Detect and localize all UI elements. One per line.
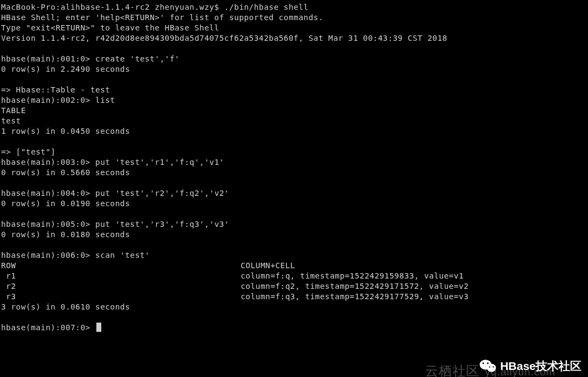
wechat-icon [480,359,496,373]
scan-header-row: ROW [1,261,241,271]
svg-point-3 [487,362,488,364]
prompt: hbase(main):001:0> [1,54,95,64]
scan-row-key: r1 [1,271,241,281]
scan-cell-value: column=f:q, timestamp=1522429159833, val… [241,271,587,281]
command-3: hbase(main):003:0> put 'test','r1','f:q'… [1,157,587,168]
table-row: r3 column=f:q3, timestamp=1522429177529,… [1,292,587,302]
command-3-result: 0 row(s) in 0.5660 seconds [1,168,587,178]
command-text: put 'test','r1','f:q','v1' [95,157,224,168]
shell-banner-help: HBase Shell; enter 'help<RETURN>' for li… [1,13,587,23]
prompt: hbase(main):006:0> [1,250,95,261]
command-text: scan 'test' [95,250,150,261]
prompt: hbase(main):004:0> [1,188,95,199]
scan-cell-value: column=f:q3, timestamp=1522429177529, va… [241,292,587,302]
command-5: hbase(main):005:0> put 'test','r3','f:q3… [1,219,587,230]
blank-line [1,44,587,54]
command-text: put 'test','r2','f:q2','v2' [95,188,229,199]
current-prompt[interactable]: hbase(main):007:0> [1,323,587,333]
command-1-result: 0 row(s) in 2.2490 seconds [1,64,587,75]
list-item: test [1,116,587,126]
yunqi-cn-label: 云栖社区 [425,366,480,376]
scan-header-cell: COLUMN+CELL [241,261,587,271]
svg-point-5 [492,366,493,367]
command-6: hbase(main):006:0> scan 'test' [1,250,587,261]
command-text: list [95,95,115,106]
scan-cell-value: column=f:q2, timestamp=1522429171572, va… [241,281,587,292]
svg-point-1 [487,364,496,372]
scan-row-key: r3 [1,292,241,302]
svg-point-2 [482,362,484,364]
shell-banner-exit: Type "exit<RETURN>" to leave the HBase S… [1,23,587,33]
command-4-result: 0 row(s) in 0.0190 seconds [1,199,587,209]
blank-line [1,209,587,219]
svg-point-0 [480,360,492,369]
scan-header: ROW COLUMN+CELL [1,261,587,271]
hbase-community-label: HBase技术社区 [500,361,581,371]
shell-version: Version 1.1.4-rc2, r42d20d8ee894309bda5d… [1,33,587,44]
scan-rowcount: 3 row(s) in 0.0610 seconds [1,302,587,312]
blank-line [1,178,587,188]
list-rowcount: 1 row(s) in 0.0450 seconds [1,126,587,137]
command-text: create 'test','f' [95,54,180,64]
command-1-result2: => Hbase::Table - test [1,85,587,95]
table-row: r1 column=f:q, timestamp=1522429159833, … [1,271,587,281]
command-5-result: 0 row(s) in 0.0180 seconds [1,230,587,240]
terminal-output: MacBook-Pro:alihbase-1.1.4-rc2 zhenyuan.… [1,2,587,333]
command-1: hbase(main):001:0> create 'test','f' [1,54,587,64]
blank-line [1,240,587,250]
scan-row-key: r2 [1,281,241,292]
prompt: hbase(main):005:0> [1,219,95,230]
list-header: TABLE [1,106,587,116]
command-4: hbase(main):004:0> put 'test','r2','f:q2… [1,188,587,199]
cursor-icon [96,323,101,332]
yunqi-watermark: 云栖社区 yq.aliyun.com [425,366,555,377]
shell-invocation-line: MacBook-Pro:alihbase-1.1.4-rc2 zhenyuan.… [1,2,587,13]
prompt: hbase(main):003:0> [1,157,95,168]
prompt: hbase(main):002:0> [1,95,95,106]
blank-line [1,312,587,323]
blank-line [1,137,587,147]
list-return: => ["test"] [1,147,587,157]
table-row: r2 column=f:q2, timestamp=1522429171572,… [1,281,587,292]
prompt: hbase(main):007:0> [1,323,95,333]
svg-point-4 [489,366,490,367]
command-2: hbase(main):002:0> list [1,95,587,106]
blank-line [1,75,587,85]
hbase-community-watermark: HBase技术社区 [480,359,581,373]
command-text: put 'test','r3','f:q3','v3' [95,219,229,230]
yunqi-url: yq.aliyun.com [485,367,555,377]
